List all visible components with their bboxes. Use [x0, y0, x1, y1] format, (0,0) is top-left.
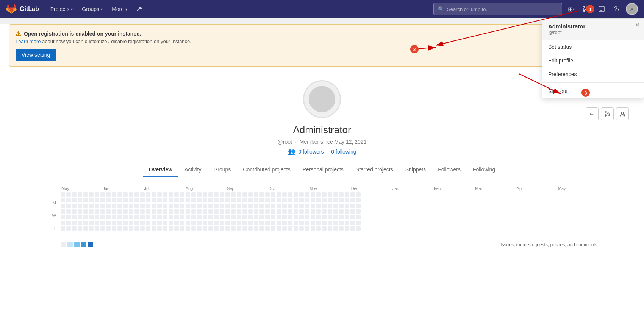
contrib-cell[interactable] [89, 209, 94, 214]
contrib-cell[interactable] [259, 221, 264, 225]
tab-overview[interactable]: Overview [143, 163, 178, 177]
contrib-cell[interactable] [95, 215, 99, 219]
contrib-cell[interactable] [316, 192, 321, 197]
contrib-cell[interactable] [299, 215, 304, 219]
contrib-cell[interactable] [146, 209, 150, 214]
contrib-cell[interactable] [242, 221, 247, 225]
contrib-cell[interactable] [225, 215, 230, 219]
contrib-cell[interactable] [208, 192, 213, 197]
contrib-cell[interactable] [259, 215, 264, 219]
contrib-cell[interactable] [339, 198, 344, 202]
contrib-cell[interactable] [163, 204, 167, 208]
contrib-cell[interactable] [225, 226, 230, 231]
contrib-cell[interactable] [225, 192, 230, 197]
contrib-cell[interactable] [350, 204, 355, 208]
nav-item-more[interactable]: More ▾ [108, 4, 131, 14]
contrib-cell[interactable] [203, 198, 207, 202]
contrib-cell[interactable] [208, 221, 213, 225]
contrib-cell[interactable] [123, 215, 128, 219]
rss-feed-button[interactable] [601, 107, 614, 120]
contrib-cell[interactable] [299, 204, 304, 208]
contrib-cell[interactable] [140, 204, 145, 208]
contrib-cell[interactable] [123, 209, 128, 214]
contrib-cell[interactable] [112, 215, 116, 219]
contrib-cell[interactable] [356, 209, 361, 214]
contrib-cell[interactable] [197, 215, 202, 219]
contrib-cell[interactable] [140, 226, 145, 231]
contrib-cell[interactable] [89, 215, 94, 219]
contrib-cell[interactable] [265, 226, 270, 231]
contrib-cell[interactable] [100, 221, 105, 225]
contrib-cell[interactable] [66, 215, 71, 219]
contrib-cell[interactable] [231, 204, 236, 208]
contrib-cell[interactable] [117, 215, 122, 219]
contrib-cell[interactable] [265, 204, 270, 208]
contrib-cell[interactable] [186, 226, 190, 231]
contrib-cell[interactable] [61, 198, 65, 202]
contrib-cell[interactable] [299, 192, 304, 197]
contrib-cell[interactable] [180, 215, 184, 219]
contrib-cell[interactable] [174, 192, 179, 197]
contrib-cell[interactable] [214, 204, 219, 208]
contrib-cell[interactable] [316, 215, 321, 219]
contrib-cell[interactable] [112, 221, 116, 225]
contrib-cell[interactable] [191, 209, 196, 214]
contrib-cell[interactable] [134, 204, 139, 208]
contrib-cell[interactable] [356, 198, 361, 202]
contrib-cell[interactable] [180, 221, 184, 225]
contrib-cell[interactable] [117, 198, 122, 202]
contrib-cell[interactable] [72, 221, 77, 225]
learn-more-link[interactable]: Learn more [16, 39, 41, 44]
contrib-cell[interactable] [356, 226, 361, 231]
contrib-cell[interactable] [333, 226, 338, 231]
contrib-cell[interactable] [112, 204, 116, 208]
contrib-cell[interactable] [277, 198, 281, 202]
contrib-cell[interactable] [186, 215, 190, 219]
contrib-cell[interactable] [72, 192, 77, 197]
contrib-cell[interactable] [66, 226, 71, 231]
contrib-cell[interactable] [146, 221, 150, 225]
contrib-cell[interactable] [123, 204, 128, 208]
contrib-cell[interactable] [100, 215, 105, 219]
contrib-cell[interactable] [117, 209, 122, 214]
contrib-cell[interactable] [328, 209, 332, 214]
contrib-cell[interactable] [311, 209, 315, 214]
contrib-cell[interactable] [328, 221, 332, 225]
contrib-cell[interactable] [106, 204, 111, 208]
contrib-cell[interactable] [350, 209, 355, 214]
contrib-cell[interactable] [339, 192, 344, 197]
contrib-cell[interactable] [242, 192, 247, 197]
contrib-cell[interactable] [356, 204, 361, 208]
contrib-cell[interactable] [134, 209, 139, 214]
contrib-cell[interactable] [89, 198, 94, 202]
contrib-cell[interactable] [350, 221, 355, 225]
contrib-cell[interactable] [271, 226, 275, 231]
contrib-cell[interactable] [339, 226, 344, 231]
contrib-cell[interactable] [294, 215, 298, 219]
contrib-cell[interactable] [356, 221, 361, 225]
contrib-cell[interactable] [333, 192, 338, 197]
contrib-cell[interactable] [282, 192, 287, 197]
contrib-cell[interactable] [117, 192, 122, 197]
contrib-cell[interactable] [72, 226, 77, 231]
contrib-cell[interactable] [231, 226, 236, 231]
contrib-cell[interactable] [203, 221, 207, 225]
contrib-cell[interactable] [356, 215, 361, 219]
contrib-cell[interactable] [100, 209, 105, 214]
contrib-cell[interactable] [345, 192, 349, 197]
contrib-cell[interactable] [231, 192, 236, 197]
edit-profile-button[interactable]: ✏ [586, 107, 599, 120]
contrib-cell[interactable] [254, 226, 258, 231]
contrib-cell[interactable] [305, 209, 309, 214]
contrib-cell[interactable] [237, 198, 241, 202]
contrib-cell[interactable] [180, 209, 184, 214]
contrib-cell[interactable] [83, 226, 88, 231]
contrib-cell[interactable] [271, 204, 275, 208]
contrib-cell[interactable] [259, 204, 264, 208]
contrib-cell[interactable] [311, 204, 315, 208]
contrib-cell[interactable] [169, 221, 173, 225]
contrib-cell[interactable] [191, 204, 196, 208]
contrib-cell[interactable] [197, 192, 202, 197]
contrib-cell[interactable] [265, 221, 270, 225]
contrib-cell[interactable] [106, 192, 111, 197]
